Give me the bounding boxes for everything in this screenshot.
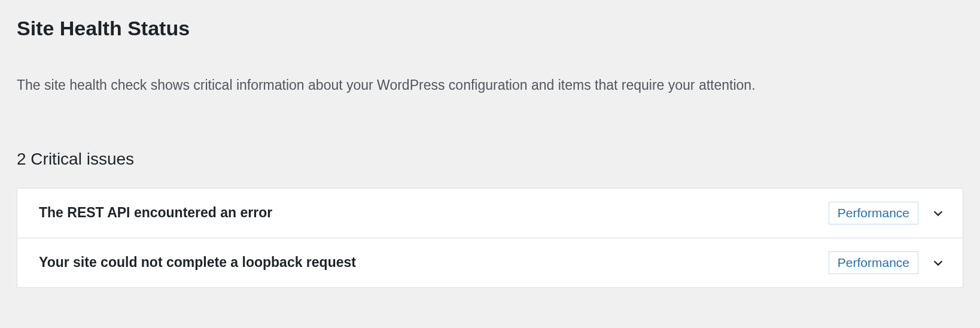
issue-row[interactable]: The REST API encountered an error Perfor… <box>17 189 963 238</box>
issue-row-right: Performance <box>829 202 946 224</box>
issue-row[interactable]: Your site could not complete a loopback … <box>17 238 963 287</box>
issue-badge: Performance <box>829 202 918 224</box>
issue-badge: Performance <box>829 251 918 274</box>
critical-issues-list: The REST API encountered an error Perfor… <box>17 188 963 288</box>
page-title: Site Health Status <box>17 17 963 40</box>
page-description: The site health check shows critical inf… <box>17 75 963 96</box>
issue-title: The REST API encountered an error <box>39 205 272 221</box>
chevron-down-icon <box>930 255 946 271</box>
issue-row-right: Performance <box>829 251 946 274</box>
chevron-down-icon <box>930 205 946 221</box>
issue-title: Your site could not complete a loopback … <box>39 254 356 271</box>
critical-issues-heading: 2 Critical issues <box>17 150 963 169</box>
